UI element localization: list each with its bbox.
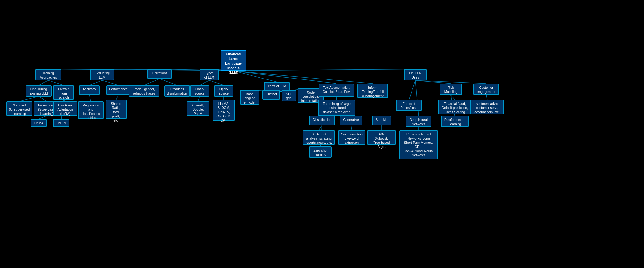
svg-line-9 <box>48 80 64 85</box>
svg-line-33 <box>319 125 322 130</box>
svg-line-5 <box>233 69 415 71</box>
node-reinforcement: Reinforcement Learning <box>441 116 469 127</box>
node-performance: Performance <box>106 85 130 95</box>
svg-line-4 <box>233 71 277 82</box>
node-racial: Racial, gender, religious biases <box>129 85 159 97</box>
svg-line-20 <box>160 79 177 85</box>
svg-line-22 <box>209 80 224 85</box>
svg-line-21 <box>200 80 209 85</box>
node-summarization: Summarization , keyword extraction <box>338 130 365 145</box>
node-llama: LLaMA, BLOOM, Flan-T5, ChatGLM, OPT <box>213 100 235 121</box>
node-disinfo: Produces disinformation <box>164 85 190 97</box>
svg-line-29 <box>336 97 337 100</box>
node-standard: Standard (Unsupervised Learning) <box>6 101 32 116</box>
node-low_rank: Low-Rank Adaptation (LoRA) <box>53 101 77 116</box>
node-training: Training Approaches <box>35 69 61 80</box>
node-risk_model: Risk Modeling <box>440 84 462 95</box>
node-open: Open- source <box>214 85 233 97</box>
node-closed: Close- source <box>190 85 209 97</box>
node-pretrain: Pretrain from scratch <box>53 85 74 100</box>
node-deep_neural: Deep Neural Networks <box>406 116 431 127</box>
node-classification: Classification <box>309 116 335 125</box>
node-root: Financial Large Language Models (LLM) <box>221 50 246 71</box>
svg-line-12 <box>39 116 47 119</box>
svg-line-8 <box>39 80 48 85</box>
svg-line-6 <box>233 71 336 84</box>
svg-line-44 <box>486 95 487 100</box>
svg-line-10 <box>19 97 39 101</box>
node-zero_shot: Zero-shot learning <box>309 146 332 158</box>
svg-line-7 <box>233 71 373 84</box>
svg-line-19 <box>144 79 160 85</box>
svg-line-16 <box>102 80 118 85</box>
node-customer_eng: Customer engagement <box>473 84 499 95</box>
node-inform_trading: Inform Trading/Portfoli o Management <box>357 84 388 98</box>
node-fin_fraud: Financial fraud, Default prediction, Cre… <box>438 100 472 114</box>
node-forecast: Forecast Prices/Loss <box>396 100 422 111</box>
svg-line-40 <box>415 80 486 84</box>
node-accuracy: Accuracy <box>79 85 100 95</box>
node-fin_uses: Fin. LLM Uses <box>404 69 427 80</box>
node-investment: Investment advice, customer serv., accou… <box>470 100 504 114</box>
node-generative: Generative <box>340 116 362 125</box>
node-chatbot: Chatbot <box>262 90 280 100</box>
svg-line-15 <box>90 80 102 85</box>
svg-line-17 <box>90 95 91 101</box>
mind-map: Financial Large Language Models (LLM)Tra… <box>0 0 644 268</box>
node-openai: OpenAI, Google, PaLM <box>187 101 209 116</box>
node-fine_tuning: Fine Tuning Existing LLM <box>26 85 52 97</box>
svg-line-11 <box>39 97 47 101</box>
svg-line-43 <box>451 95 455 100</box>
node-fingpt: FinGPT <box>53 119 69 127</box>
node-text_mining: Text mining of large unstructured datase… <box>318 100 355 116</box>
svg-line-39 <box>415 80 451 84</box>
node-types: Types of LLM <box>200 69 219 80</box>
node-finma: FinMA <box>31 119 47 127</box>
node-stat_ml: Stat. ML <box>372 116 391 125</box>
svg-line-18 <box>116 95 118 100</box>
node-limitations: Limitations <box>147 69 172 79</box>
node-base_lang: Base languag e model <box>240 90 259 105</box>
node-sharpe: Sharpe Ratio, total profit, etc. <box>106 100 127 119</box>
svg-line-37 <box>409 80 415 100</box>
node-svm: SVM, Xgboost, Tree-based Algos <box>367 130 396 145</box>
svg-line-23 <box>198 97 200 101</box>
node-tool_aug: Tool Augmentation, Co-pilot, Strat. Dev. <box>319 84 354 97</box>
svg-line-35 <box>351 125 352 130</box>
node-evaluating: Evaluating LLM <box>90 69 114 80</box>
node-regression: Regression and classification metrics <box>78 101 104 119</box>
node-rnn: Recurrent Neural Networks, Long Short-Te… <box>399 130 438 159</box>
node-sql_gen: SQL gen. <box>282 90 296 101</box>
node-sentiment: Sentiment analysis, scraping reports, ne… <box>303 130 335 145</box>
